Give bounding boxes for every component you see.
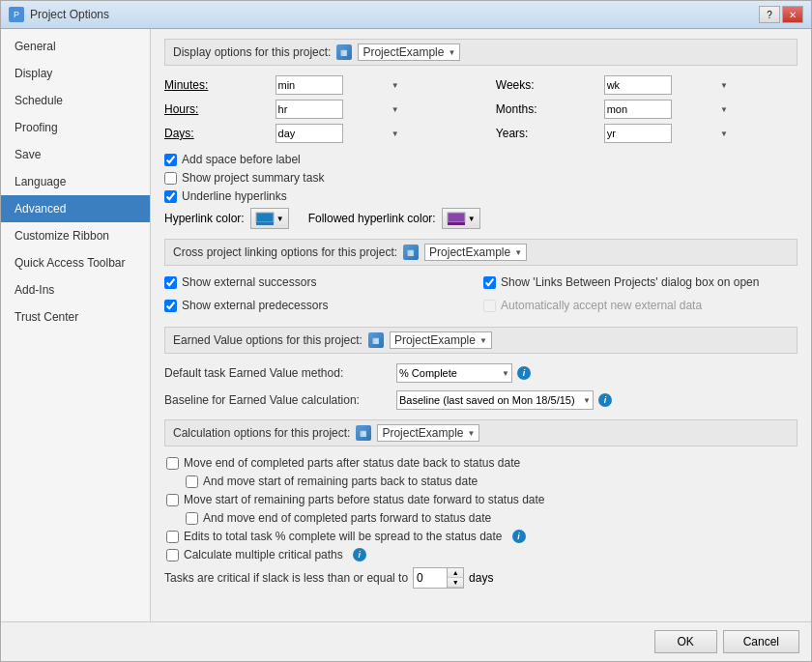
earned-value-label: Earned Value options for this project: [173,333,362,347]
underline-hyperlinks-checkbox[interactable] [164,190,177,203]
slack-input[interactable] [414,568,448,588]
move-completed-label[interactable]: And move end of completed parts forward … [203,511,491,525]
move-start-label[interactable]: Move start of remaining parts before sta… [184,493,545,506]
links-dialog-checkbox[interactable] [483,276,496,289]
days-select[interactable]: day [276,124,343,143]
cross-project-label: Cross project linking options for this p… [173,245,397,259]
move-remaining-row: And move start of remaining parts back t… [164,475,798,488]
years-label: Years: [496,127,596,140]
critical-paths-label[interactable]: Calculate multiple critical paths [184,548,343,561]
weeks-label: Weeks: [496,78,596,92]
sidebar-item-schedule[interactable]: Schedule [1,87,150,114]
sidebar-item-trust-center[interactable]: Trust Center [1,303,150,331]
successors-row: Show external successors [164,275,478,289]
auto-accept-checkbox[interactable] [483,300,496,312]
earned-value-icon: ▦ [368,332,384,348]
sidebar-item-save[interactable]: Save [1,141,150,168]
chevron-down-icon: ▼ [479,336,487,345]
hyperlink-section: Hyperlink color: ▼ Followed hyperlink co… [164,208,798,229]
baseline-row: Baseline for Earned Value calculation: B… [164,390,798,410]
spinner-up-button[interactable]: ▲ [448,568,463,578]
hours-label: Hours: [164,102,268,116]
sidebar-item-customize-ribbon[interactable]: Customize Ribbon [1,222,150,249]
baseline-select[interactable]: Baseline (last saved on Mon 18/5/15) [396,390,594,410]
show-successors-checkbox[interactable] [164,276,177,289]
add-space-label[interactable]: Add space before label [182,153,301,166]
months-select[interactable]: mon [604,100,672,119]
summary-task-checkbox[interactable] [164,172,177,185]
auto-accept-row: Automatically accept new external data [483,299,798,312]
followed-hyperlink-color-button[interactable]: ▼ [442,208,480,229]
time-units-grid: Minutes: min Weeks: wk Hours: [164,75,798,143]
calculation-dropdown[interactable]: ProjectExample ▼ [377,424,479,442]
sidebar-item-quick-access[interactable]: Quick Access Toolbar [1,249,150,276]
move-remaining-label[interactable]: And move start of remaining parts back t… [203,475,478,488]
display-section-header: Display options for this project: ▦ Proj… [164,39,798,66]
hyperlink-color-button[interactable]: ▼ [250,208,289,229]
default-method-select-wrapper[interactable]: % Complete [396,363,512,383]
critical-paths-row: Calculate multiple critical paths i [164,548,798,561]
cross-project-section-header: Cross project linking options for this p… [164,239,798,266]
critical-paths-checkbox[interactable] [166,549,179,561]
years-select-wrapper[interactable]: yr [604,124,731,143]
sidebar-item-advanced[interactable]: Advanced [1,195,150,222]
move-end-label[interactable]: Move end of completed parts after status… [184,456,520,470]
sidebar-item-display[interactable]: Display [1,60,150,87]
minutes-select[interactable]: min [276,75,343,95]
months-select-wrapper[interactable]: mon [604,100,731,119]
links-dialog-label[interactable]: Show 'Links Between Projects' dialog box… [501,275,759,289]
move-end-checkbox[interactable] [166,457,179,470]
close-button[interactable]: ✕ [782,6,803,23]
move-remaining-checkbox[interactable] [186,475,198,488]
move-completed-checkbox[interactable] [186,512,198,525]
edits-spread-label[interactable]: Edits to total task % complete will be s… [184,530,503,543]
hours-select[interactable]: hr [276,100,343,119]
add-space-checkbox[interactable] [164,154,177,166]
chevron-down-icon: ▼ [467,429,475,438]
tasks-critical-row: Tasks are critical if slack is less than… [164,567,798,589]
underline-hyperlinks-label[interactable]: Underline hyperlinks [182,189,287,203]
show-predecessors-checkbox[interactable] [164,300,177,312]
scroll-area[interactable]: Display options for this project: ▦ Proj… [151,29,811,621]
auto-accept-label: Automatically accept new external data [501,299,702,312]
title-bar-controls: ? ✕ [759,6,803,23]
weeks-select[interactable]: wk [604,75,672,95]
calculation-label: Calculation options for this project: [173,426,350,440]
predecessors-row: Show external predecessors [164,299,478,312]
chevron-down-icon: ▼ [276,215,284,223]
show-predecessors-label[interactable]: Show external predecessors [182,299,328,312]
earned-value-dropdown[interactable]: ProjectExample ▼ [390,331,492,349]
show-successors-label[interactable]: Show external successors [182,275,316,289]
default-method-label: Default task Earned Value method: [164,366,396,380]
slack-spinner[interactable]: ▲ ▼ [413,567,464,589]
move-start-checkbox[interactable] [166,494,179,506]
default-method-select[interactable]: % Complete [396,363,512,383]
display-project-dropdown[interactable]: ProjectExample ▼ [358,43,460,61]
sidebar-item-add-ins[interactable]: Add-Ins [1,276,150,303]
sidebar: General Display Schedule Proofing Save L… [1,29,151,621]
summary-task-label[interactable]: Show project summary task [182,171,324,185]
sidebar-item-language[interactable]: Language [1,168,150,195]
sidebar-item-proofing[interactable]: Proofing [1,114,150,141]
weeks-select-wrapper[interactable]: wk [604,75,731,95]
days-select-wrapper[interactable]: day [276,124,402,143]
project-options-dialog: P Project Options ? ✕ General Display Sc… [0,0,812,662]
edits-spread-checkbox[interactable] [166,531,179,543]
sidebar-item-general[interactable]: General [1,33,150,60]
ok-button[interactable]: OK [654,630,717,653]
help-button[interactable]: ? [759,6,780,23]
cancel-button[interactable]: Cancel [723,630,799,653]
baseline-select-wrapper[interactable]: Baseline (last saved on Mon 18/5/15) [396,390,594,410]
default-method-row: Default task Earned Value method: % Comp… [164,363,798,383]
title-bar: P Project Options ? ✕ [1,1,811,29]
years-select[interactable]: yr [604,124,672,143]
display-project-icon: ▦ [336,44,352,60]
earned-value-section-header: Earned Value options for this project: ▦… [164,327,798,354]
hyperlink-color-group: Hyperlink color: ▼ [164,208,289,229]
days-suffix: days [469,571,493,585]
hours-select-wrapper[interactable]: hr [276,100,402,119]
chevron-down-icon: ▼ [514,248,522,257]
minutes-select-wrapper[interactable]: min [276,75,402,95]
cross-project-dropdown[interactable]: ProjectExample ▼ [424,244,527,261]
spinner-down-button[interactable]: ▼ [448,578,463,588]
